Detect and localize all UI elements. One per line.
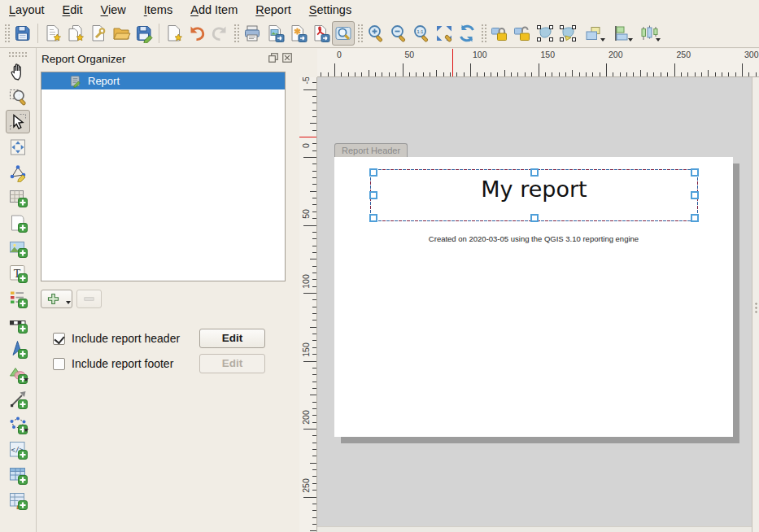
float-panel-icon[interactable] [268, 52, 279, 63]
ruler-label: 200 [609, 50, 623, 59]
ruler-tick [756, 72, 757, 76]
add-scalebar-button[interactable] [6, 312, 30, 335]
menu-edit[interactable]: Edit [54, 1, 92, 19]
include-report-header-checkbox[interactable] [53, 333, 65, 345]
selection-handle[interactable] [691, 191, 699, 199]
toolbar-grip[interactable] [7, 50, 28, 57]
ruler-tick [382, 72, 382, 76]
ruler-tick [369, 70, 369, 76]
include-report-header-label: Include report header [72, 332, 180, 345]
edit-report-footer-button[interactable]: Edit [199, 354, 265, 373]
ruler-label: 0 [301, 143, 311, 148]
save-layout-button[interactable] [133, 21, 155, 46]
close-panel-icon[interactable] [281, 52, 293, 63]
add-section-button[interactable] [41, 290, 72, 308]
move-item-content-tool-button[interactable] [6, 135, 30, 159]
toolbar-grip[interactable] [480, 23, 486, 44]
add-shape-button[interactable] [6, 362, 30, 386]
align-items-button[interactable] [607, 21, 635, 46]
zoom-out-button[interactable] [387, 21, 410, 46]
add-html-button[interactable]: </> [6, 438, 30, 461]
menu-view[interactable]: View [92, 1, 135, 19]
add-node-item-button[interactable] [6, 412, 30, 436]
open-layout-button[interactable] [110, 21, 133, 46]
new-layout-button[interactable] [41, 21, 64, 46]
selection-handle[interactable] [530, 168, 539, 177]
select-all-button[interactable] [534, 21, 556, 46]
export-pdf-button[interactable] [309, 21, 332, 46]
ruler-tick [310, 463, 316, 464]
remove-section-button[interactable] [76, 290, 102, 308]
zoom-actual-button[interactable]: 1:1 [410, 21, 433, 46]
edit-report-header-button[interactable]: Edit [199, 329, 265, 348]
select-move-item-tool-button[interactable] [6, 110, 30, 133]
refresh-view-button[interactable] [456, 21, 478, 46]
lock-items-button[interactable] [488, 21, 511, 46]
add-3d-map-button[interactable] [6, 211, 30, 234]
selection-handle[interactable] [369, 214, 377, 222]
vertical-scrollbar[interactable] [752, 77, 759, 532]
ruler-tick [470, 63, 471, 76]
selection-handle[interactable] [369, 191, 377, 199]
ruler-tick [552, 72, 552, 76]
menu-layout[interactable]: Layout [0, 1, 54, 19]
ruler-tick [681, 72, 682, 76]
layout-manager-button[interactable] [87, 21, 110, 46]
preview-tools-button[interactable] [332, 21, 355, 46]
menu-add-item[interactable]: Add Item [181, 1, 246, 19]
add-legend-button[interactable] [6, 286, 30, 310]
add-pages-button[interactable] [163, 21, 185, 46]
menu-report[interactable]: Report [246, 1, 300, 19]
edit-nodes-tool-button[interactable] [6, 160, 30, 184]
ruler-tick [312, 198, 316, 198]
ruler-tick [565, 72, 566, 76]
add-arrow-button[interactable] [6, 387, 30, 411]
tree-item-report[interactable]: Report [41, 72, 285, 89]
ruler-tick [312, 469, 316, 470]
raise-items-button[interactable] [579, 21, 607, 46]
resize-items-button[interactable] [635, 21, 662, 46]
redo-button[interactable] [208, 21, 231, 46]
add-north-arrow-button[interactable] [6, 337, 30, 360]
pan-tool-button[interactable] [6, 59, 30, 83]
menu-items[interactable]: Items [135, 1, 181, 19]
toolbar-grip[interactable] [356, 23, 363, 44]
ruler-tick [312, 184, 316, 185]
selection-handle[interactable] [530, 214, 539, 222]
selection-handle[interactable] [691, 168, 699, 177]
ruler-tick [312, 238, 316, 239]
ruler-tick [310, 327, 316, 328]
zoom-in-button[interactable] [364, 21, 387, 46]
add-map-button[interactable] [6, 185, 30, 209]
ruler-tick [312, 408, 316, 409]
menu-settings[interactable]: Settings [300, 1, 360, 19]
include-report-footer-checkbox[interactable] [53, 358, 65, 370]
zoom-tool-button[interactable] [6, 85, 30, 108]
toolbar-grip[interactable] [233, 23, 239, 44]
top-toolbar: 1:1 [0, 20, 759, 48]
add-label-button[interactable]: T [6, 261, 30, 285]
toolbar-grip[interactable] [3, 23, 10, 44]
ruler-tick [748, 72, 749, 76]
unlock-items-button[interactable] [511, 21, 534, 46]
export-svg-button[interactable] [286, 21, 309, 46]
ruler-tick [312, 171, 316, 172]
report-page[interactable]: My report Created on 2020-03-05 using th… [334, 157, 733, 437]
export-image-button[interactable] [264, 21, 286, 46]
selection-handle[interactable] [369, 168, 377, 177]
add-fixed-table-button[interactable] [6, 488, 30, 512]
save-project-button[interactable] [11, 21, 34, 46]
undo-button[interactable] [185, 21, 208, 46]
add-picture-button[interactable] [6, 236, 30, 259]
ruler-tick [303, 497, 316, 498]
zoom-full-button[interactable] [433, 21, 456, 46]
layout-canvas[interactable]: Report Header My report Created on 2020-… [317, 77, 759, 532]
title-label-item[interactable]: My report [370, 169, 698, 221]
horizontal-scrollbar[interactable] [317, 526, 752, 532]
add-attribute-table-button[interactable] [6, 463, 30, 486]
deselect-all-button[interactable] [556, 21, 579, 46]
ruler-tick [653, 72, 654, 76]
selection-handle[interactable] [691, 214, 699, 222]
print-button[interactable] [241, 21, 264, 46]
duplicate-layout-button[interactable] [64, 21, 87, 46]
